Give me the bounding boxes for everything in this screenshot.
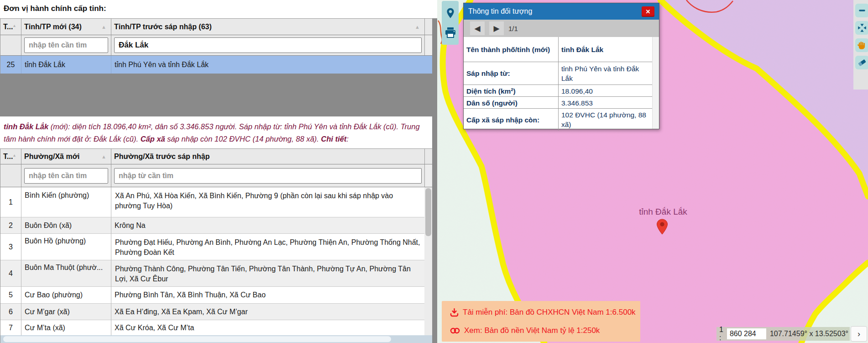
vertical-scrollbar-track[interactable] [425,35,433,56]
pager-label: 1/1 [508,25,518,32]
locate-button[interactable] [444,5,457,21]
panel-title: Đơn vị hành chính cấp tỉnh: [4,4,106,13]
popup-title: Thông tin đối tượng [468,7,532,16]
sort-icon: ▴ [13,153,16,158]
zoom-out-button[interactable] [855,4,868,17]
attribute-row: Sáp nhập từ: tỉnh Phú Yên và tỉnh Đắk Lắ… [464,62,659,85]
ward-row[interactable]: 6 Cư M’gar (xã) Xã Ea H’đing, Xã Ea Kpam… [0,304,432,320]
banner-view-link[interactable]: Xem: Bản đồ nền Việt Nam tỷ lệ 1:250k [450,326,600,335]
ward-table-header: T...▴ Phường/Xã mới ▲ Phường/Xã trước sá… [0,149,432,164]
next-feature-button[interactable]: ▶ [489,21,504,35]
sort-icon: ▴ [13,23,16,28]
cursor-coordinates: 107.71459° x 13.52503° [770,330,848,338]
scale-prefix: 1 : [719,326,723,342]
panel-splitter[interactable] [432,18,437,343]
ward-row[interactable]: 7 Cư M’ta (xã) Xã Cư Króa, Xã Cư M’ta [0,320,432,336]
pan-icon [857,22,868,33]
app-window: Đơn vị hành chính cấp tỉnh: T...▴ Tỉnh/T… [0,0,868,343]
ward-from-filter-input[interactable] [114,168,422,184]
close-button[interactable]: ✕ [642,6,654,17]
province-filter-row [0,35,432,56]
province-table: T...▴ Tỉnh/TP mới (34) ▲ Tỉnh/TP trước s… [0,18,432,74]
attribute-row: Dân số (người) 3.346.853 [464,97,659,109]
province-label: tỉnh Đắk Lắk [627,207,700,217]
close-icon: ✕ [646,8,651,15]
download-banner: Tải miễn phí: Bản đồ CHXHCN Việt Nam 1:6… [442,301,640,342]
map-panel[interactable]: Thông tin đối tượng ✕ ◀ ▶ 1/1 Tên thành … [437,0,868,343]
filter-cell-empty [0,35,21,56]
ward-row[interactable]: 4 Buôn Ma Thuột (phườ... Phường Thành Cô… [0,260,432,287]
popup-scrollbar[interactable] [652,37,659,129]
ward-row[interactable]: 3 Buôn Hồ (phường) Phường Đạt Hiếu, Phườ… [0,234,432,260]
merge-summary-text: tỉnh Đắk Lắk (mới): diện tích 18.096,40 … [4,121,433,145]
province-row-selected[interactable]: 25 tỉnh Đắk Lắk tỉnh Phú Yên và tỉnh Đắk… [0,56,432,74]
ward-name-filter-input[interactable] [24,168,108,184]
province-row-index: 25 [0,56,21,74]
ward-row[interactable]: 2 Buôn Đôn (xã) Krông Na [0,217,432,234]
province-table-header: T...▴ Tỉnh/TP mới (34) ▲ Tỉnh/TP trước s… [0,19,432,35]
sort-icon: ▲ [415,24,422,30]
province-old-filter-input[interactable] [114,37,422,53]
prev-feature-button[interactable]: ◀ [470,21,485,35]
popup-header[interactable]: Thông tin đối tượng ✕ [464,3,659,20]
eraser-button[interactable] [855,56,868,69]
sort-asc-icon: ▲ [101,24,108,30]
scrollbar-thumb[interactable] [425,188,431,236]
column-header-old-province[interactable]: Tỉnh/TP trước sáp nhập (63) ▲ [111,19,425,35]
column-header-new-province[interactable]: Tỉnh/TP mới (34) ▲ [21,19,111,35]
scale-control: 1 : 107.71459° x 13.52503° [716,327,850,341]
map-marker-icon[interactable] [656,219,668,235]
print-button[interactable] [444,25,457,40]
scrollbar-thumb[interactable] [3,336,391,342]
attribute-row: Tên thành phố/tỉnh (mới) tỉnh Đắk Lắk [464,37,659,62]
scrollbar-corner [425,149,432,164]
admin-units-panel: Đơn vị hành chính cấp tỉnh: T...▴ Tỉnh/T… [0,0,437,343]
province-name-filter-input[interactable] [24,37,108,53]
column-header-old-ward[interactable]: Phường/Xã trước sáp nhập [111,149,425,164]
link-icon [450,327,460,334]
column-header-index[interactable]: T...▴ [0,149,21,164]
attribute-row: Cấp xã sáp nhập còn: 102 ĐVHC (14 phường… [464,109,659,128]
map-tools-sidebar [853,0,868,90]
province-row-old: tỉnh Phú Yên và tỉnh Đắk Lắk [111,56,433,74]
ward-row[interactable]: 5 Cư Bao (phường) Phường Bình Tân, Xã Bì… [0,287,432,304]
hand-icon [857,40,867,50]
printer-icon [444,26,457,38]
filter-cell-old [111,35,425,56]
hand-tool-button[interactable] [855,38,868,52]
vertical-scrollbar[interactable] [424,187,432,339]
next-icon: ▶ [493,24,499,33]
horizontal-scrollbar[interactable] [0,335,432,343]
filter-cell-old [111,164,425,187]
vertical-scrollbar-track[interactable] [425,164,432,187]
scale-input[interactable] [727,328,766,339]
province-row-new: tỉnh Đắk Lắk [21,56,111,74]
filter-cell-empty [0,164,21,187]
popup-pagination: ◀ ▶ 1/1 [464,20,659,37]
feature-info-popup: Thông tin đối tượng ✕ ◀ ▶ 1/1 Tên thành … [463,3,659,129]
column-header-new-ward[interactable]: Phường/Xã mới ▲ [21,149,111,164]
pan-button[interactable] [855,21,868,35]
map-toolbar [442,1,459,45]
minus-icon [857,5,867,16]
popup-attribute-table: Tên thành phố/tỉnh (mới) tỉnh Đắk Lắk Sá… [464,37,659,129]
ward-table: T...▴ Phường/Xã mới ▲ Phường/Xã trước sá… [0,148,432,343]
scrollbar-corner [425,19,433,35]
ward-filter-row [0,164,432,187]
chevron-right-icon: › [858,329,860,339]
filter-cell-new [21,164,111,187]
attribute-row: Diện tích (km²) 18.096,40 [464,85,659,97]
eraser-icon [857,57,868,68]
prev-icon: ◀ [474,24,480,33]
filter-cell-new [21,35,111,56]
column-header-index[interactable]: T...▴ [0,19,21,35]
ward-row[interactable]: 1 Bình Kiến (phường) Xã An Phú, Xã Hòa K… [0,187,432,217]
location-pin-icon [444,6,456,20]
expand-statusbar-button[interactable]: › [851,326,867,342]
banner-download-link[interactable]: Tải miễn phí: Bản đồ CHXHCN Việt Nam 1:6… [450,308,636,317]
sort-asc-icon: ▲ [101,154,108,159]
table-empty-area [0,74,432,116]
download-icon [450,308,459,317]
